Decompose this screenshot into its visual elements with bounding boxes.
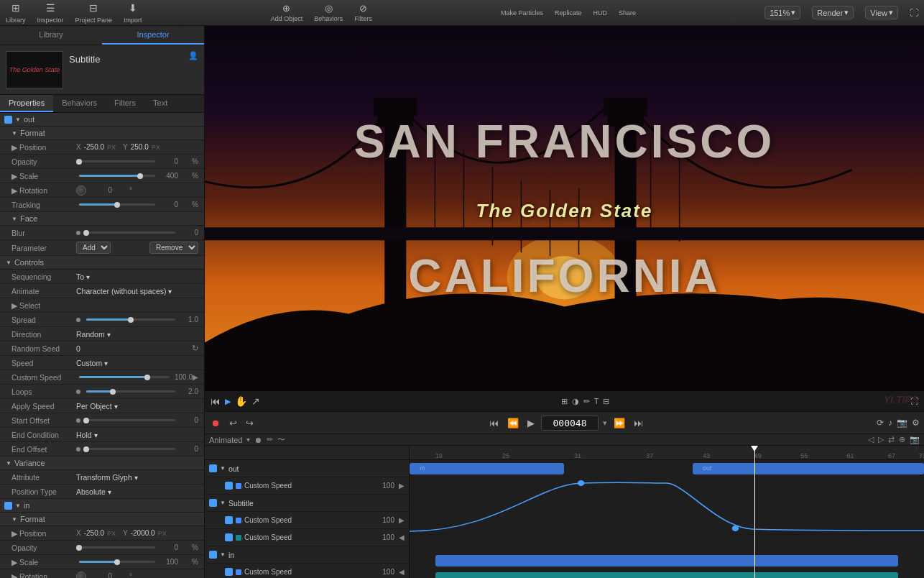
opacity-slider[interactable]: [79, 160, 155, 162]
in-checkbox[interactable]: [4, 502, 12, 510]
direction-row: Direction Random ▾: [0, 327, 204, 341]
tl-shuffle-icon[interactable]: ⇄: [888, 435, 895, 444]
custom-speed-next[interactable]: ▶: [193, 373, 198, 381]
playback-start-icon[interactable]: ⏮: [211, 395, 221, 407]
make-particles-button[interactable]: Make Particles: [501, 9, 543, 17]
in-section-header[interactable]: ▼ in: [0, 499, 204, 513]
step-back-button[interactable]: ⏪: [505, 416, 521, 430]
start-offset-row: Start Offset 0: [0, 413, 204, 428]
skip-back-button[interactable]: ⏮: [487, 416, 501, 430]
viewer-tool-select[interactable]: ▶: [225, 397, 231, 406]
hud-button[interactable]: HUD: [593, 9, 607, 17]
tl-track-color-3: [236, 535, 241, 541]
end-condition-label: End Condition: [11, 431, 76, 439]
timeline-body: ▼ out Custom Speed 100 ▶ ▼: [205, 446, 924, 578]
golden-state-text: The Golden State: [476, 200, 653, 222]
attribute-row: Attribute Transform Glyph ▾: [0, 470, 204, 485]
out-checkbox[interactable]: [4, 116, 12, 124]
viewer-color-icon[interactable]: ◑: [572, 397, 579, 406]
rotation-dial[interactable]: [76, 185, 86, 196]
tl-pen-icon[interactable]: ✏: [267, 435, 273, 444]
viewer-expand-icon[interactable]: ⛶: [910, 397, 918, 405]
tl-photo-icon[interactable]: 📷: [910, 435, 920, 444]
play-button[interactable]: ▶: [525, 416, 537, 430]
replicate-button[interactable]: Replicate: [555, 9, 582, 17]
timecode-dropdown[interactable]: ▾: [603, 418, 607, 428]
tl-next-icon[interactable]: ▷: [878, 435, 884, 444]
skip-forward-button[interactable]: ⏭: [632, 416, 645, 430]
tab-properties[interactable]: Properties: [0, 95, 53, 112]
viewer-more-icon[interactable]: ⊟: [603, 397, 609, 406]
controls-section-header[interactable]: ▼ Controls: [0, 256, 204, 270]
viewer-tool-arrow[interactable]: ↗: [251, 395, 260, 407]
spread-slider[interactable]: [86, 318, 175, 321]
playhead-diamond: [751, 446, 758, 451]
share-button[interactable]: Share: [619, 9, 636, 17]
viewer-tool-hand[interactable]: ✋: [235, 395, 247, 407]
viewer-zoom-icon[interactable]: ⊞: [561, 397, 568, 406]
tab-text[interactable]: Text: [144, 95, 176, 112]
zoom-dropdown[interactable]: 151% ▾: [764, 6, 800, 19]
opacity2-slider[interactable]: [79, 546, 155, 549]
project-pane-button[interactable]: ⊟ Project Pane: [75, 2, 113, 24]
tl-custom-speed-3-arrow[interactable]: ◀: [399, 533, 405, 541]
tab-filters[interactable]: Filters: [106, 95, 144, 112]
tl-custom-speed-4-arrow[interactable]: ◀: [399, 568, 405, 576]
scale2-slider[interactable]: [79, 561, 155, 563]
custom-speed-slider[interactable]: [79, 376, 170, 378]
snapshot-icon[interactable]: 📷: [897, 418, 907, 428]
blur-slider[interactable]: [86, 231, 175, 234]
timeline-track-labels: ▼ out Custom Speed 100 ▶ ▼: [205, 446, 410, 578]
format-section-header[interactable]: ▼ Format: [0, 127, 204, 140]
variance-section-header[interactable]: ▼ Variance: [0, 457, 204, 470]
viewer-pen-icon[interactable]: ✏: [583, 397, 590, 406]
animated-dropdown[interactable]: ▾: [246, 436, 250, 444]
out-section-header[interactable]: ▼ out: [0, 113, 204, 127]
tl-prev-icon[interactable]: ◁: [868, 435, 874, 444]
add-object-button[interactable]: ⊕ Add Object: [271, 3, 303, 22]
parameter-add-dropdown[interactable]: Add: [76, 242, 111, 254]
rotation2-dial[interactable]: [76, 572, 86, 579]
view-dropdown[interactable]: View ▾: [865, 6, 898, 19]
loops-slider[interactable]: [86, 390, 175, 393]
behaviors-button[interactable]: ◎ Behaviors: [314, 3, 343, 22]
playhead[interactable]: [754, 446, 755, 578]
opacity-value: 0: [158, 157, 178, 165]
face-section-header[interactable]: ▼ Face: [0, 212, 204, 226]
zoom-level: 151%: [770, 9, 790, 17]
tl-zoom-icon[interactable]: ⊕: [899, 435, 905, 444]
scale-slider[interactable]: [79, 175, 155, 177]
parameter-remove-dropdown[interactable]: Remove: [149, 242, 198, 254]
redo-button[interactable]: ↪: [244, 416, 256, 430]
tl-record-icon[interactable]: ⏺: [254, 436, 262, 444]
tracking-slider[interactable]: [79, 203, 155, 206]
tab-library[interactable]: Library: [0, 26, 102, 45]
tab-behaviors[interactable]: Behaviors: [53, 95, 106, 112]
library-button[interactable]: ⊞ Library: [6, 2, 26, 24]
animate-label: Animate: [11, 287, 76, 295]
rotation-label: ▶ Rotation: [11, 186, 76, 195]
import-button[interactable]: ⬇ Import: [124, 2, 142, 24]
end-offset-slider[interactable]: [86, 448, 175, 450]
tl-custom-speed-2-arrow[interactable]: ▶: [399, 516, 405, 524]
record-button[interactable]: ⏺: [209, 416, 223, 430]
audio-icon[interactable]: ♪: [888, 418, 892, 428]
step-forward-button[interactable]: ⏩: [611, 416, 627, 430]
filters-button[interactable]: ⊘ Filters: [354, 3, 372, 22]
tl-curve-icon[interactable]: 〜: [277, 434, 285, 445]
settings-icon[interactable]: ⚙: [912, 418, 920, 428]
random-seed-refresh[interactable]: ↻: [192, 344, 198, 353]
tab-inspector[interactable]: Inspector: [102, 26, 204, 45]
undo-button[interactable]: ↩: [227, 416, 239, 430]
render-dropdown[interactable]: Render ▾: [812, 6, 854, 19]
inspector-button[interactable]: ☰ Inspector: [37, 2, 64, 24]
start-offset-slider[interactable]: [86, 419, 175, 421]
loop-icon[interactable]: ⟳: [877, 418, 884, 428]
fullscreen-icon[interactable]: ⛶: [910, 8, 918, 18]
format-section2-header[interactable]: ▼ Format: [0, 513, 204, 526]
viewer-text-icon[interactable]: T: [594, 397, 599, 405]
subtitle-user-icon: 👤: [188, 51, 198, 60]
tl-bar-out-out: [693, 463, 924, 474]
custom-speed-label: Custom Speed: [11, 373, 76, 382]
tl-custom-speed-1-arrow[interactable]: ▶: [399, 482, 405, 490]
